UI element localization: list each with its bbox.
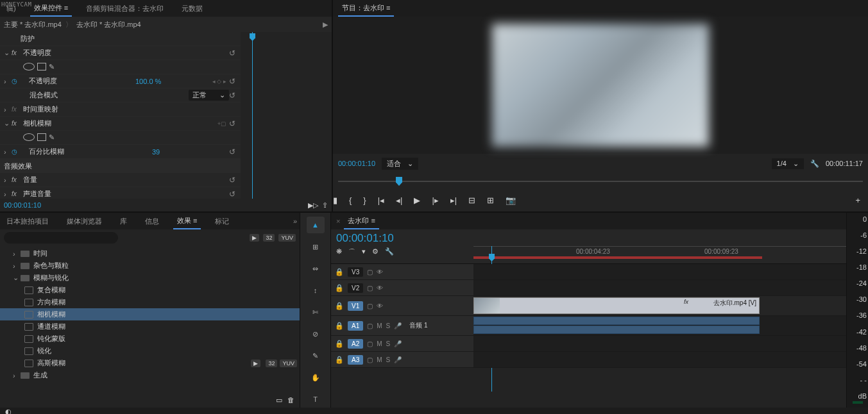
tree-folder-time[interactable]: ›时间 [0, 247, 300, 260]
pen-mask-icon[interactable]: ✎ [49, 63, 55, 71]
mini-playhead[interactable] [252, 32, 253, 199]
track-header-v1[interactable]: 🔒V1▢👁 [331, 296, 473, 315]
breadcrumb-sub[interactable]: 去水印 * 去水印.mp4 [76, 20, 141, 29]
delete-icon[interactable]: 🗑 [287, 396, 294, 404]
track-header-v2[interactable]: 🔒V2▢👁 [331, 280, 473, 295]
badge-yuv[interactable]: YUV [278, 234, 296, 242]
track-name[interactable]: V2 [348, 283, 363, 293]
tree-item-directional-blur[interactable]: 方向模糊 [0, 296, 300, 308]
track-header-a2[interactable]: 🔒A2▢MS🎤 [331, 336, 473, 351]
effects-search-input[interactable] [4, 232, 118, 244]
tree-item-unsharp-mask[interactable]: 钝化蒙版 [0, 333, 300, 345]
lock-icon[interactable]: 🔒 [335, 340, 344, 348]
preview-area[interactable] [333, 17, 868, 154]
tree-folder-blur[interactable]: ⌄模糊与锐化 [0, 272, 300, 284]
effect-mini-timeline[interactable]: :00:00 [241, 32, 332, 199]
selection-tool[interactable]: ▲ [307, 217, 325, 233]
overflow-icon[interactable]: » [293, 217, 297, 225]
scrubber-head[interactable] [396, 177, 402, 186]
lock-icon[interactable]: 🔒 [335, 356, 344, 364]
tree-item-channel-blur[interactable]: 通道模糊 [0, 320, 300, 333]
track-name[interactable]: A1 [348, 321, 363, 331]
reset-icon[interactable]: ↺ [229, 147, 235, 156]
tree-folder-noise[interactable]: ›杂色与颗粒 [0, 260, 300, 272]
play-only-icon[interactable]: ▶▷ [308, 201, 318, 210]
slip-tool[interactable]: ⊘ [307, 326, 325, 342]
fit-combo[interactable]: 适合⌄ [382, 158, 418, 170]
audio-clip[interactable] [473, 317, 760, 325]
toggle-output-icon[interactable]: ▢ [367, 269, 373, 276]
track-header-v3[interactable]: 🔒V3▢👁 [331, 264, 473, 279]
tree-item-compound-blur[interactable]: 复合模糊 [0, 284, 300, 296]
add-button-icon[interactable]: + [855, 195, 860, 205]
in-point-icon[interactable]: { [349, 195, 352, 205]
track-content[interactable] [473, 352, 846, 367]
audio-clip[interactable] [473, 326, 760, 334]
solo-icon[interactable]: S [386, 322, 391, 329]
prop-protect[interactable]: 防护 [0, 32, 241, 46]
work-area-bar[interactable] [473, 256, 762, 259]
wrench-icon[interactable]: 🔧 [385, 247, 394, 257]
track-header-a3[interactable]: 🔒A3▢MS🎤 [331, 352, 473, 367]
prop-opacity-value[interactable]: ›◷不透明度100.0 %◂ ◇ ▸↺ [0, 74, 241, 88]
type-tool[interactable]: T [307, 391, 325, 408]
tree-item-sharpen[interactable]: 锐化 [0, 345, 300, 357]
rate-stretch-tool[interactable]: ↕ [307, 282, 325, 299]
breadcrumb-main[interactable]: 主要 * 去水印.mp4 [4, 20, 62, 29]
tab-effects[interactable]: 效果 ≡ [173, 213, 201, 229]
prop-percent-blur[interactable]: ›◷百分比模糊39↺ [0, 145, 241, 159]
reset-icon[interactable]: ↺ [229, 49, 235, 58]
track-content[interactable] [473, 336, 846, 351]
step-back-icon[interactable]: ◂| [396, 195, 402, 205]
prop-blend-mode[interactable]: 混合模式正常⌄↺ [0, 88, 241, 103]
settings-icon[interactable]: ⚙ [372, 247, 379, 257]
lock-icon[interactable]: 🔒 [335, 284, 344, 292]
audio-effects-header[interactable]: 音频效果 [0, 159, 241, 173]
toggle-output-icon[interactable]: ▢ [367, 356, 373, 363]
ruler-area[interactable]: 00:00:04:23 00:00:09:23 [473, 229, 846, 263]
go-out-icon[interactable]: ▸| [450, 195, 457, 205]
hand-tool[interactable]: ✋ [307, 369, 325, 386]
badge-32[interactable]: 32 [263, 234, 275, 242]
pen-mask-icon[interactable]: ✎ [49, 133, 55, 142]
reset-icon[interactable]: ↺ [229, 176, 235, 185]
program-scrubber[interactable] [338, 173, 863, 188]
step-fwd-icon[interactable]: |▸ [432, 195, 438, 205]
prop-volume[interactable]: ›fx音量↺ [0, 173, 241, 187]
track-content[interactable] [473, 264, 846, 279]
prop-channel-volume[interactable]: ›fx声道音量↺ [0, 187, 241, 199]
tab-audio-mixer[interactable]: 音频剪辑混合器：去水印 [82, 1, 167, 16]
track-name[interactable]: A2 [348, 339, 363, 349]
reset-icon[interactable]: ↺ [229, 91, 235, 100]
mute-icon[interactable]: M [377, 322, 382, 329]
track-select-tool[interactable]: ⊞ [307, 238, 325, 255]
ripple-tool[interactable]: ⇔ [307, 260, 325, 277]
reset-icon[interactable]: ↺ [229, 77, 235, 86]
prop-opacity-group[interactable]: ⌄fx不透明度↺ [0, 46, 241, 60]
keyframe-toggle-icon[interactable]: ◷ [12, 148, 17, 155]
panel-menu-icon[interactable]: ≡ [64, 4, 68, 12]
tab-effect-controls[interactable]: 效果控件 ≡ [30, 1, 72, 17]
timeline-timecode[interactable]: 00:00:01:10 [336, 232, 468, 245]
solo-icon[interactable]: S [386, 340, 391, 347]
mic-icon[interactable]: 🎤 [394, 322, 402, 329]
accel-badge-icon[interactable]: ▶ [250, 234, 259, 242]
tab-info[interactable]: 信息 [141, 214, 163, 229]
panel-menu-icon[interactable]: ≡ [371, 217, 375, 224]
reset-icon[interactable]: ↺ [229, 190, 235, 199]
tree-item-gaussian-blur[interactable]: 高斯模糊▶32YUV [0, 357, 300, 369]
fx-icon[interactable]: fx [12, 190, 23, 197]
effect-timecode[interactable]: 00:00:01:10 [4, 201, 41, 209]
toggle-output-icon[interactable]: ▢ [367, 340, 373, 347]
snap-icon[interactable]: ❋ [336, 247, 342, 257]
pen-tool[interactable]: ✎ [307, 347, 325, 364]
close-icon[interactable]: × [336, 217, 340, 225]
prop-camera-blur[interactable]: ⌄fx相机模糊+▢↺ [0, 117, 241, 131]
tab-library[interactable]: 库 [116, 214, 131, 229]
toggle-output-icon[interactable]: ▢ [367, 302, 373, 310]
mute-icon[interactable]: M [377, 340, 382, 347]
tab-media-browser[interactable]: 媒体浏览器 [63, 214, 106, 229]
extract-icon[interactable]: ⊞ [487, 195, 494, 205]
ellipse-mask-icon[interactable] [23, 133, 35, 141]
zoom-combo[interactable]: 1/4⌄ [772, 158, 804, 169]
